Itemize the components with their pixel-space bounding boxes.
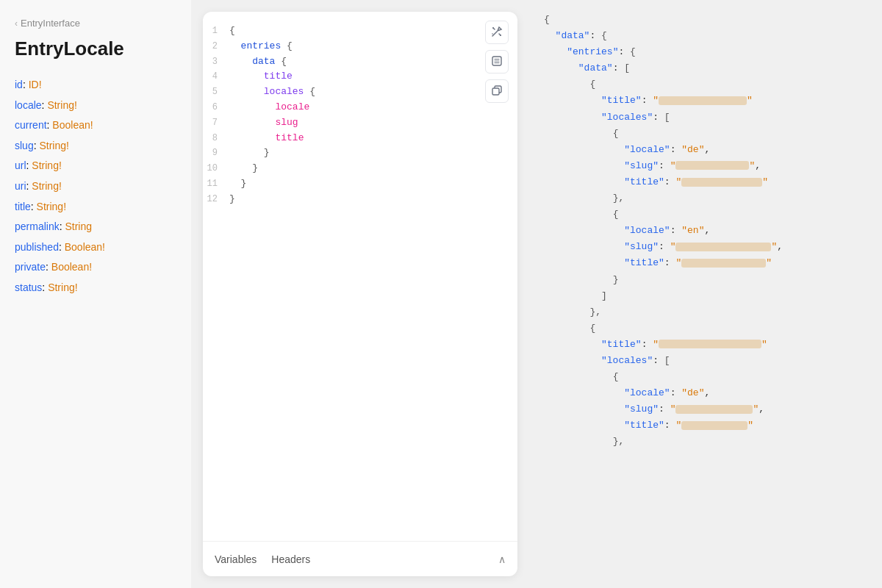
field-name: title (15, 201, 31, 212)
field-separator: : (59, 241, 65, 253)
code-line: 12 } (203, 192, 517, 207)
json-line: "slug": "", (544, 401, 867, 417)
code-line: 5 locales { (203, 85, 517, 100)
code-line: 8 title (203, 131, 517, 146)
field-type: String! (32, 180, 61, 192)
json-line: { (544, 369, 867, 385)
close-button[interactable] (485, 50, 509, 74)
right-panel: { "data": { "entries": { "data": [ { "ti… (529, 0, 882, 588)
field-type: Boolean! (51, 261, 92, 273)
json-line: "locale": "en", (544, 223, 867, 239)
field-type: ID! (29, 79, 42, 90)
field-name: private (15, 261, 46, 273)
list-item: url: String! (15, 159, 176, 173)
json-line: { (544, 207, 867, 223)
json-line: { (544, 12, 867, 28)
breadcrumb: ‹ EntryInterface (15, 18, 176, 29)
field-name: locale (15, 99, 42, 111)
page-title: EntryLocale (15, 37, 176, 60)
json-line: "data": [ (544, 60, 867, 76)
json-line: { (544, 126, 867, 142)
json-line: "entries": { (544, 44, 867, 60)
chevron-up-icon[interactable]: ∧ (498, 553, 506, 565)
json-line: "slug": "", (544, 239, 867, 255)
field-separator: : (42, 282, 48, 293)
json-line: "locale": "de", (544, 142, 867, 158)
json-line: "locale": "de", (544, 385, 867, 401)
field-separator: : (23, 79, 29, 90)
json-line: ] (544, 288, 867, 304)
json-line: }, (544, 304, 867, 320)
wand-icon (491, 26, 503, 40)
json-line: "title": "" (544, 337, 867, 353)
svg-point-0 (492, 27, 494, 29)
code-line: 11 } (203, 176, 517, 192)
json-line: "slug": "", (544, 158, 867, 174)
field-type: String! (37, 201, 66, 212)
footer-tabs: Variables Headers (215, 551, 310, 568)
json-line: "title": "" (544, 255, 867, 271)
editor-content[interactable]: 1 { 2 entries { 3 data { 4 title 5 (203, 12, 517, 541)
field-name: permalink (15, 220, 60, 232)
field-type: String (65, 220, 92, 232)
field-name: published (15, 241, 59, 253)
json-line: "title": "" (544, 174, 867, 190)
svg-rect-5 (492, 88, 499, 95)
json-line: "data": { (544, 28, 867, 44)
field-name: current (15, 119, 47, 131)
code-line: 7 slug (203, 115, 517, 131)
field-type: String! (48, 282, 77, 293)
editor-card: 1 { 2 entries { 3 data { 4 title 5 (203, 12, 517, 576)
list-item: locale: String! (15, 98, 176, 113)
breadcrumb-arrow: ‹ (15, 18, 18, 29)
field-name: status (15, 282, 42, 293)
svg-point-2 (492, 33, 493, 35)
field-separator: : (31, 201, 37, 212)
field-name: uri (15, 180, 26, 192)
json-line: "title": "" (544, 93, 867, 109)
list-item: current: Boolean! (15, 118, 176, 133)
json-line: "locales": [ (544, 353, 867, 369)
list-item: slug: String! (15, 139, 176, 154)
breadcrumb-parent[interactable]: EntryInterface (21, 18, 80, 29)
copy-icon (492, 85, 502, 98)
json-line: "locales": [ (544, 110, 867, 126)
code-line: 6 locale (203, 100, 517, 115)
field-separator: : (46, 261, 51, 273)
json-line: }, (544, 190, 867, 207)
json-line: "title": "" (544, 417, 867, 434)
json-line: }, (544, 434, 867, 450)
field-type: Boolean! (52, 119, 93, 131)
svg-point-1 (500, 35, 501, 36)
field-type: Boolean! (65, 241, 105, 253)
json-line: } (544, 272, 867, 288)
list-item: permalink: String (15, 220, 176, 234)
field-type: String! (39, 140, 68, 151)
code-line: 9 } (203, 146, 517, 161)
close-icon (492, 56, 502, 68)
json-line: { (544, 76, 867, 93)
list-item: uri: String! (15, 179, 176, 194)
field-name: id (15, 79, 23, 90)
json-line: { (544, 320, 867, 337)
list-item: id: ID! (15, 78, 176, 93)
field-type: String! (47, 99, 76, 111)
tab-variables[interactable]: Variables (215, 551, 257, 568)
code-line: 2 entries { (203, 39, 517, 54)
field-name: url (15, 159, 26, 171)
code-line: 1 { (203, 24, 517, 39)
list-item: status: String! (15, 281, 176, 295)
sidebar: ‹ EntryInterface EntryLocale id: ID! loc… (0, 0, 191, 588)
center-panel: 1 { 2 entries { 3 data { 4 title 5 (191, 0, 529, 588)
tab-headers[interactable]: Headers (271, 551, 310, 568)
list-item: title: String! (15, 200, 176, 215)
code-editor[interactable]: 1 { 2 entries { 3 data { 4 title 5 (203, 24, 517, 207)
code-line: 4 title (203, 69, 517, 85)
field-name: slug (15, 140, 34, 151)
field-type: String! (32, 159, 61, 171)
copy-button[interactable] (485, 79, 509, 103)
editor-footer: Variables Headers ∧ (203, 541, 517, 576)
wand-button[interactable] (485, 21, 509, 44)
list-item: published: Boolean! (15, 240, 176, 255)
list-item: private: Boolean! (15, 260, 176, 275)
